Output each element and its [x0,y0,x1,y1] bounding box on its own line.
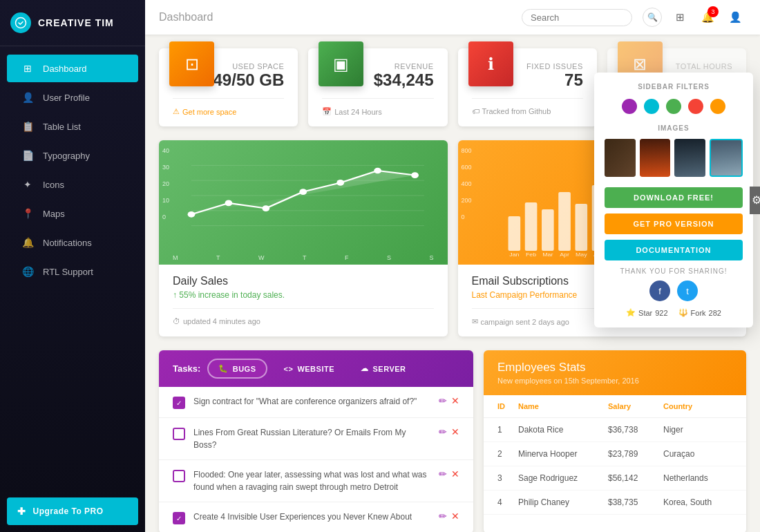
employees-subtitle: New employees on 15th September, 2016 [497,377,732,385]
color-green[interactable] [666,99,681,114]
send-icon: ✉ [472,317,478,326]
copy-icon: ⊡ [185,55,199,74]
col-header-id: ID [497,402,518,410]
task-checkbox-4[interactable]: ✓ [173,512,185,524]
image-thumb-winter[interactable] [674,139,705,177]
sidebar-item-label: Table List [43,122,81,132]
download-free-button[interactable]: DOWNLOAD FREE! [605,187,743,208]
color-teal[interactable] [644,99,659,114]
color-orange[interactable] [710,99,725,114]
image-thumb-mountain[interactable] [710,139,743,177]
image-filters [605,139,743,177]
upgrade-button[interactable]: ✚ Upgrade To PRO [7,497,138,525]
topbar: Dashboard 🔍 ⊞ 🔔 3 👤 [145,0,760,35]
website-tab[interactable]: <> WEBSITE [274,361,344,377]
line-chart-svg [173,154,434,237]
upgrade-label: Upgrade To PRO [33,506,104,516]
bugs-tab[interactable]: 🐛 BUGS [207,359,267,379]
svg-rect-17 [575,204,587,251]
get-more-space-link[interactable]: Get more space [182,108,236,116]
fixed-issues-icon-box: ℹ [468,41,513,86]
email-y-labels: 800 600 400 200 0 [462,147,472,220]
sidebar-item-icons[interactable]: ✦ Icons [7,171,138,198]
task-delete-2[interactable]: ✕ [451,426,459,437]
brand-name: CREATIVE TIM [38,17,114,28]
task-edit-4[interactable]: ✏ [439,511,447,522]
bottom-row: Tasks: 🐛 BUGS <> WEBSITE ☁ SERVER [159,350,746,532]
image-thumb-sunset[interactable] [640,139,671,177]
pull-tab[interactable]: ⚙ [750,187,760,214]
sidebar-item-user-profile[interactable]: 👤 User Profile [7,84,138,111]
svg-rect-15 [542,209,554,251]
github-star-count: 922 [655,309,667,317]
task-edit-2[interactable]: ✏ [439,426,447,437]
sidebar-item-typography[interactable]: 📄 Typography [7,142,138,169]
notifications-button[interactable]: 🔔 3 [696,6,719,28]
task-actions-3: ✏ ✕ [439,468,459,479]
search-box[interactable] [522,9,632,26]
fixed-issues-card: ℹ Fixed Issues 75 🏷 Tracked from Github [458,48,597,126]
color-filters [605,99,743,114]
search-button[interactable]: 🔍 [643,8,662,27]
color-red[interactable] [688,99,703,114]
used-space-icon-box: ⊡ [169,41,214,86]
hours-icon: ⊠ [633,55,647,74]
typography-icon: 📄 [21,150,35,161]
bug-icon: 🐛 [218,364,229,373]
sidebar-item-label: Typography [43,151,90,161]
task-text-2: Lines From Great Russian Literature? Or … [193,426,430,451]
page-title: Dashboard [159,11,515,23]
search-input[interactable] [531,12,623,23]
task-checkbox-2[interactable] [173,428,185,440]
svg-rect-14 [524,202,537,251]
used-space-card: ⊡ Used Space 49/50 GB ⚠ Get more space [159,48,298,126]
revenue-icon-box: ▣ [319,41,363,86]
svg-text:May: May [575,251,587,258]
task-delete-3[interactable]: ✕ [451,468,459,479]
sidebar-brand: CREATIVE TIM [0,0,145,46]
svg-text:Mar: Mar [542,251,553,258]
get-pro-button[interactable]: GET PRO VERSION [605,213,743,234]
twitter-button[interactable]: t [677,281,698,301]
task-edit-3[interactable]: ✏ [439,468,447,479]
svg-point-0 [16,18,26,28]
code-icon: <> [284,365,294,373]
task-edit-1[interactable]: ✏ [439,395,447,406]
sidebar-filters-title: SIDEBAR FILTERS [605,83,743,91]
sidebar-item-dashboard[interactable]: ⊞ Dashboard [7,55,138,82]
sidebar-item-rtl-support[interactable]: 🌐 RTL Support [7,258,138,285]
employees-header: Employees Stats New employees on 15th Se… [484,350,746,395]
sidebar-item-notifications[interactable]: 🔔 Notifications [7,229,138,256]
server-tab[interactable]: ☁ SERVER [351,360,416,377]
color-purple[interactable] [622,99,637,114]
dashboard-icon: ⊞ [21,63,35,74]
task-text-3: Flooded: One year later, assessing what … [193,468,430,493]
sidebar-item-label: Notifications [43,238,92,248]
task-delete-1[interactable]: ✕ [451,395,459,406]
documentation-button[interactable]: DOCUMENTATION [605,240,743,260]
svg-text:Apr: Apr [560,251,569,258]
sidebar-item-maps[interactable]: 📍 Maps [7,200,138,227]
info-icon: ℹ [488,55,494,74]
sidebar-item-label: Maps [43,209,65,219]
user-menu-button[interactable]: 👤 [724,6,746,28]
daily-sales-card: 40 30 20 10 0 [159,140,448,336]
employees-row: 3 Sage Rodriguez $56,142 Netherlands [484,466,746,491]
apps-button[interactable]: ⊞ [669,6,691,28]
task-item: Lines From Great Russian Literature? Or … [159,418,473,460]
tasks-card: Tasks: 🐛 BUGS <> WEBSITE ☁ SERVER [159,350,473,532]
employees-table-header: ID Name Salary Country [484,395,746,418]
apps-icon: ⊞ [676,11,685,23]
image-thumb-forest[interactable] [605,139,636,177]
employees-title: Employees Stats [497,361,732,374]
task-checkbox-1[interactable]: ✓ [173,397,185,409]
facebook-button[interactable]: f [649,281,670,301]
col-header-name: Name [518,402,608,410]
sidebar-item-table-list[interactable]: 📋 Table List [7,113,138,140]
star-icon: ⭐ [626,308,636,317]
bugs-tab-label: BUGS [233,365,256,373]
task-item: ✓ Create 4 Invisible User Experiences yo… [159,502,473,532]
task-checkbox-3[interactable] [173,470,185,482]
fixed-issues-footer: 🏷 Tracked from Github [472,107,583,115]
task-delete-4[interactable]: ✕ [451,511,459,522]
